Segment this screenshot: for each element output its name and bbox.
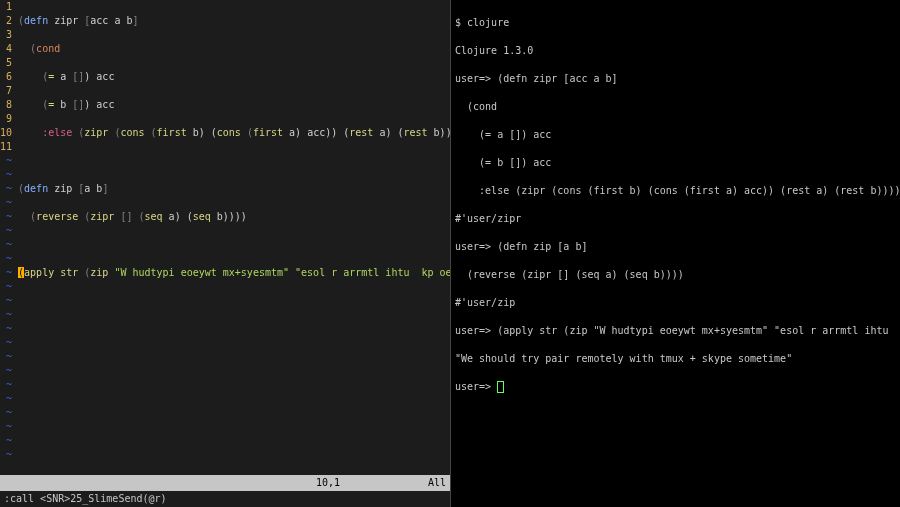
repl-line: $ clojure: [455, 16, 896, 30]
code-line-cursor[interactable]: (apply str (zip "W hudtypi eoeywt mx+sye…: [18, 266, 450, 280]
repl-line: #'user/zipr: [455, 212, 896, 226]
line-number: 3: [0, 28, 12, 42]
repl-line: (= a []) acc: [455, 128, 896, 142]
code-line[interactable]: [18, 294, 450, 308]
code-line[interactable]: (defn zip [a b]: [18, 182, 450, 196]
line-number: 8: [0, 98, 12, 112]
empty-line-tilde: ~: [0, 350, 12, 364]
line-number-gutter: 1 2 3 4 5 6 7 8 9 10 11 ~ ~ ~ ~ ~ ~ ~ ~ …: [0, 0, 18, 475]
empty-line-tilde: ~: [0, 252, 12, 266]
empty-line-tilde: ~: [0, 280, 12, 294]
repl-terminal-pane[interactable]: $ clojure Clojure 1.3.0 user=> (defn zip…: [450, 0, 900, 507]
repl-line: user=> (apply str (zip "W hudtypi eoeywt…: [455, 324, 896, 338]
empty-line-tilde: ~: [0, 294, 12, 308]
empty-line-tilde: ~: [0, 196, 12, 210]
empty-line-tilde: ~: [0, 420, 12, 434]
code-line[interactable]: (defn zipr [acc a b]: [18, 14, 450, 28]
code-line[interactable]: (= a []) acc: [18, 70, 450, 84]
vim-command-line[interactable]: :call <SNR>25_SlimeSend(@r): [0, 491, 450, 507]
code-line[interactable]: :else (zipr (cons (first b) (cons (first…: [18, 126, 450, 140]
repl-line: (reverse (zipr [] (seq a) (seq b)))): [455, 268, 896, 282]
status-percent: All: [406, 476, 446, 490]
code-line[interactable]: [18, 238, 450, 252]
repl-line: #'user/zip: [455, 296, 896, 310]
repl-line: :else (zipr (cons (first b) (cons (first…: [455, 184, 896, 198]
empty-line-tilde: ~: [0, 448, 12, 462]
empty-line-tilde: ~: [0, 266, 12, 280]
command-text: :call <SNR>25_SlimeSend(@r): [4, 492, 167, 506]
empty-line-tilde: ~: [0, 154, 12, 168]
status-position: 10,1: [316, 476, 406, 490]
line-number: 5: [0, 56, 12, 70]
line-number: 9: [0, 112, 12, 126]
vim-editor-pane[interactable]: 1 2 3 4 5 6 7 8 9 10 11 ~ ~ ~ ~ ~ ~ ~ ~ …: [0, 0, 450, 507]
empty-line-tilde: ~: [0, 336, 12, 350]
line-number: 4: [0, 42, 12, 56]
code-line[interactable]: (cond: [18, 42, 450, 56]
repl-line: user=> (defn zip [a b]: [455, 240, 896, 254]
empty-line-tilde: ~: [0, 392, 12, 406]
line-number: 11: [0, 140, 12, 154]
line-number: 7: [0, 84, 12, 98]
repl-line: (cond: [455, 100, 896, 114]
repl-prompt-line[interactable]: user=>: [455, 380, 896, 394]
empty-line-tilde: ~: [0, 182, 12, 196]
empty-line-tilde: ~: [0, 210, 12, 224]
empty-line-tilde: ~: [0, 406, 12, 420]
empty-line-tilde: ~: [0, 168, 12, 182]
terminal-cursor: [497, 381, 504, 393]
repl-line: (= b []) acc: [455, 156, 896, 170]
code-line[interactable]: (reverse (zipr [] (seq a) (seq b)))): [18, 210, 450, 224]
empty-line-tilde: ~: [0, 224, 12, 238]
line-number: 2: [0, 14, 12, 28]
vim-status-line: 10,1 All: [0, 475, 450, 491]
code-line[interactable]: [18, 154, 450, 168]
line-number: 1: [0, 0, 12, 14]
code-line[interactable]: (= b []) acc: [18, 98, 450, 112]
empty-line-tilde: ~: [0, 364, 12, 378]
empty-line-tilde: ~: [0, 434, 12, 448]
repl-line: Clojure 1.3.0: [455, 44, 896, 58]
repl-line: user=> (defn zipr [acc a b]: [455, 72, 896, 86]
repl-line: "We should try pair remotely with tmux +…: [455, 352, 896, 366]
editor-area[interactable]: 1 2 3 4 5 6 7 8 9 10 11 ~ ~ ~ ~ ~ ~ ~ ~ …: [0, 0, 450, 475]
empty-line-tilde: ~: [0, 308, 12, 322]
empty-line-tilde: ~: [0, 322, 12, 336]
empty-line-tilde: ~: [0, 238, 12, 252]
line-number: 10: [0, 126, 12, 140]
line-number: 6: [0, 70, 12, 84]
code-area[interactable]: (defn zipr [acc a b] (cond (= a []) acc …: [18, 0, 450, 475]
empty-line-tilde: ~: [0, 378, 12, 392]
